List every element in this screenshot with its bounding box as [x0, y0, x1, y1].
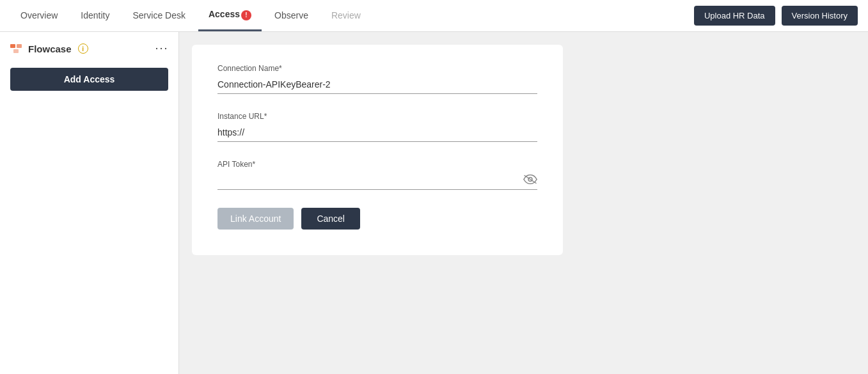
nav-item-identity[interactable]: Identity [70, 1, 120, 29]
api-token-label: API Token* [217, 160, 537, 169]
sidebar-logo-area: Flowcase i [10, 43, 88, 54]
api-token-group: API Token* [217, 160, 537, 190]
flowcase-logo-icon [10, 43, 23, 54]
nav-item-access[interactable]: Access! [198, 0, 262, 31]
api-token-input-row [217, 171, 537, 190]
nav-item-overview[interactable]: Overview [10, 1, 68, 29]
sidebar: Flowcase i ⋮ Add Access [0, 32, 179, 374]
svg-rect-0 [10, 44, 15, 48]
sidebar-info-badge[interactable]: i [78, 43, 88, 54]
nav-actions: Upload HR Data Version History [694, 6, 858, 26]
access-badge: ! [241, 10, 251, 20]
instance-url-label: Instance URL* [217, 112, 537, 121]
nav-items: Overview Identity Service Desk Access! O… [10, 0, 694, 31]
form-actions: Link Account Cancel [217, 208, 537, 230]
toggle-visibility-icon[interactable] [523, 174, 537, 187]
nav-item-review: Review [321, 1, 371, 29]
link-account-button[interactable]: Link Account [217, 208, 294, 230]
version-history-button[interactable]: Version History [782, 6, 858, 26]
nav-item-service-desk[interactable]: Service Desk [123, 1, 196, 29]
cancel-button[interactable]: Cancel [301, 208, 360, 230]
top-nav: Overview Identity Service Desk Access! O… [0, 0, 868, 32]
instance-url-group: Instance URL* [217, 112, 537, 142]
nav-item-observe[interactable]: Observe [264, 1, 319, 29]
sidebar-kebab-menu[interactable]: ⋮ [155, 42, 168, 56]
svg-rect-1 [17, 44, 22, 48]
form-card: Connection Name* Instance URL* API Token… [192, 45, 563, 255]
upload-hr-data-button[interactable]: Upload HR Data [694, 6, 775, 26]
content-area: Connection Name* Instance URL* API Token… [179, 32, 868, 374]
add-access-button[interactable]: Add Access [10, 68, 168, 91]
api-token-input[interactable] [217, 171, 537, 190]
connection-name-label: Connection Name* [217, 64, 537, 73]
svg-rect-2 [13, 49, 19, 53]
sidebar-header: Flowcase i ⋮ [10, 42, 168, 55]
main-layout: Flowcase i ⋮ Add Access Connection Name*… [0, 32, 868, 374]
connection-name-input[interactable] [217, 75, 537, 94]
sidebar-logo-name: Flowcase [28, 43, 72, 54]
connection-name-group: Connection Name* [217, 64, 537, 94]
instance-url-input[interactable] [217, 123, 537, 142]
